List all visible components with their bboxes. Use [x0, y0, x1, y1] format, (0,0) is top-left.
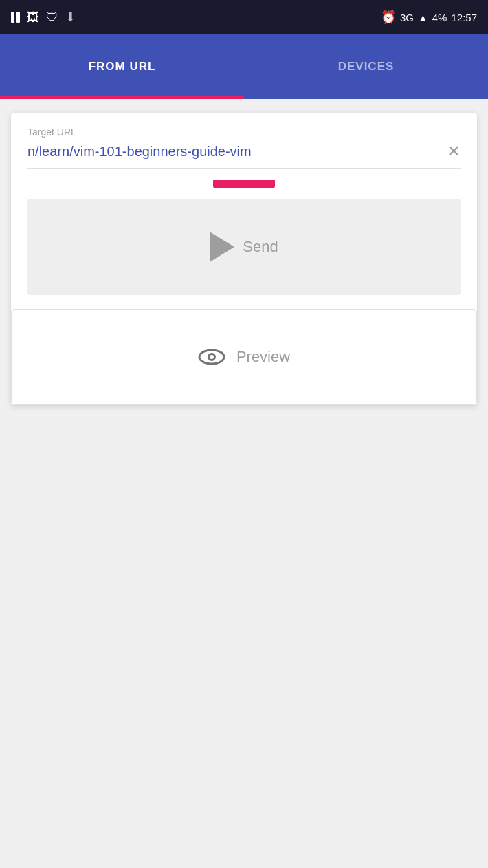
pause-icon	[11, 12, 20, 23]
status-bar-right: ⏰ 3G ▲ 4% 12:57	[381, 10, 477, 25]
target-url-label: Target URL	[27, 127, 461, 138]
tab-devices-label: DEVICES	[338, 60, 395, 74]
url-input-row: n/learn/vim-101-beginners-guide-vim ✕	[27, 142, 461, 169]
time-display: 12:57	[451, 12, 477, 23]
eye-icon	[198, 347, 225, 367]
send-label: Send	[243, 238, 278, 256]
preview-button[interactable]: Preview	[11, 309, 477, 405]
download-icon: ⬇	[65, 10, 76, 25]
clear-icon[interactable]: ✕	[447, 142, 461, 161]
alarm-icon: ⏰	[381, 10, 396, 25]
send-arrow-icon	[210, 232, 234, 262]
send-button[interactable]: Send	[27, 199, 461, 295]
tab-from-url[interactable]: FROM URL	[0, 34, 244, 99]
network-indicator: 3G	[400, 12, 414, 23]
tab-bar: FROM URL DEVICES	[0, 34, 488, 99]
main-content: Target URL n/learn/vim-101-beginners-gui…	[0, 99, 488, 419]
tab-from-url-label: FROM URL	[89, 60, 156, 74]
photo-icon: 🖼	[27, 10, 39, 25]
tab-devices[interactable]: DEVICES	[244, 34, 488, 99]
card: Target URL n/learn/vim-101-beginners-gui…	[11, 113, 477, 405]
status-bar: 🖼 🛡 ⬇ ⏰ 3G ▲ 4% 12:57	[0, 0, 488, 34]
svg-point-2	[210, 355, 214, 359]
pink-bar-indicator	[213, 180, 275, 188]
status-bar-left: 🖼 🛡 ⬇	[11, 10, 76, 25]
signal-icon: ▲	[418, 12, 428, 23]
url-text[interactable]: n/learn/vim-101-beginners-guide-vim	[27, 144, 440, 160]
shield-icon: 🛡	[46, 10, 58, 25]
battery-percent: 4%	[432, 12, 447, 23]
preview-label: Preview	[236, 348, 290, 366]
